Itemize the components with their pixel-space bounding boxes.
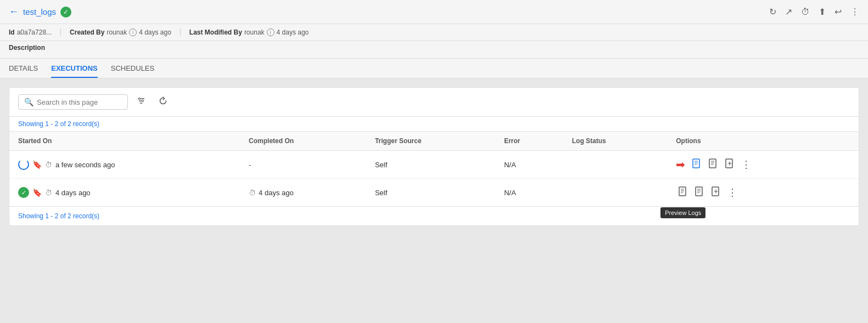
created-by-label: Created By [70,29,104,36]
modified-by-label: Last Modified By [189,29,242,36]
more-options-button-1[interactable]: ⋮ [739,157,753,172]
export-icon[interactable]: ⬆ [819,7,826,17]
tabs-bar: DETAILS EXECUTIONS SCHEDULES [0,59,868,78]
refresh-icon[interactable]: ↻ [769,7,776,17]
started-on-value-1: a few seconds ago [55,161,115,169]
top-bar: ← test_logs ✓ ↻ ↗ ⏱ ⬆ ↩ ⋮ [0,0,868,24]
id-value: a0a7a728... [17,29,52,36]
description-bar: Description [0,41,868,59]
preview-logs-container-2: Preview Logs [676,184,690,201]
tab-details[interactable]: DETAILS [9,59,38,78]
log-status-cell-1 [563,151,667,179]
svg-rect-9 [709,159,716,168]
filter-button[interactable] [132,94,150,110]
modified-user: rounak [244,29,265,36]
table-card: 🔍 Showing 1 - 2 of 2 record [9,87,859,226]
more-icon[interactable]: ⋮ [850,7,859,17]
col-started-on: Started On [9,132,240,151]
started-on-cell-1: 🔖 ⏱ a few seconds ago [9,151,240,179]
tab-schedules[interactable]: SCHEDULES [111,59,154,78]
created-by-meta: Created By rounak i 4 days ago [70,29,181,36]
completed-clock-icon: ⏱ [249,189,256,197]
completed-on-cell-1: - [240,151,366,179]
tab-executions[interactable]: EXECUTIONS [51,59,98,78]
top-bar-left: ← test_logs ✓ [9,6,71,18]
download-logs-button-2[interactable] [692,184,707,201]
error-cell-2: N/A [495,179,563,207]
preview-logs-button-1[interactable] [690,156,704,173]
svg-rect-5 [693,159,699,168]
share-logs-button-2[interactable] [709,184,723,201]
share-logs-button-1[interactable] [723,156,737,173]
completed-status-icon: ✓ [18,187,29,198]
arrow-indicator: ➡ [676,158,685,171]
running-status-icon [18,159,29,170]
bookmark-icon-2[interactable]: 🔖 [32,188,42,197]
history-icon[interactable]: ↩ [835,7,842,17]
search-box[interactable]: 🔍 [18,94,128,110]
table-toolbar: 🔍 [9,88,859,117]
refresh-table-button[interactable] [154,94,172,110]
refresh-icon [159,97,167,105]
created-by-info-icon: i [129,29,137,36]
started-on-value-2: 4 days ago [55,189,91,197]
options-cell-2: Preview Logs [667,179,859,207]
table-row: ✓ 🔖 ⏱ 4 days ago ⏱ 4 days ago Self N/ [9,179,859,207]
back-button[interactable]: ← [9,6,19,18]
description-label: Description [9,44,45,52]
options-cell-1: ➡ [667,151,859,179]
clock-icon-2: ⏱ [45,189,52,197]
id-meta: Id a0a7a728... [9,29,61,36]
completed-on-value-2: 4 days ago [259,189,294,197]
filter-icon [137,97,145,105]
col-trigger-source: Trigger Source [366,132,495,151]
executions-table: Started On Completed On Trigger Source E… [9,132,859,206]
error-cell-1: N/A [495,151,563,179]
more-options-button-2[interactable]: ⋮ [725,185,740,200]
trigger-source-cell-2: Self [366,179,495,207]
preview-logs-button-2[interactable] [676,184,690,201]
col-error: Error [495,132,563,151]
page-title: test_logs [23,7,56,16]
svg-rect-18 [696,187,702,196]
col-options: Options [667,132,859,151]
main-content: 🔍 Showing 1 - 2 of 2 record [0,78,868,235]
id-label: Id [9,29,15,36]
bookmark-icon-1[interactable]: 🔖 [32,160,42,169]
download-logs-button-1[interactable] [706,156,720,173]
modified-by-meta: Last Modified By rounak i 4 days ago [189,29,317,36]
table-row: 🔖 ⏱ a few seconds ago - Self N/A ➡ [9,151,859,179]
svg-rect-14 [679,187,686,196]
timer-icon[interactable]: ⏱ [801,7,810,17]
records-count-top: Showing 1 - 2 of 2 record(s) [9,117,859,132]
table-header-row: Started On Completed On Trigger Source E… [9,132,859,151]
search-input[interactable] [37,98,119,106]
top-bar-actions: ↻ ↗ ⏱ ⬆ ↩ ⋮ [769,7,859,17]
meta-bar: Id a0a7a728... Created By rounak i 4 day… [0,24,868,41]
col-log-status: Log Status [563,132,667,151]
modified-time: 4 days ago [277,29,309,36]
created-by-user: rounak [107,29,127,36]
share-icon[interactable]: ↗ [785,7,792,17]
started-on-cell-2: ✓ 🔖 ⏱ 4 days ago [9,179,240,207]
modified-info-icon: i [267,29,275,36]
records-count-bottom: Showing 1 - 2 of 2 record(s) [9,206,859,225]
log-status-cell-2 [563,179,667,207]
completed-on-cell-2: ⏱ 4 days ago [240,179,366,207]
col-completed-on: Completed On [240,132,366,151]
svg-point-3 [139,98,141,100]
trigger-source-cell-1: Self [366,151,495,179]
created-time: 4 days ago [139,29,171,36]
status-badge: ✓ [60,7,71,18]
search-icon: 🔍 [24,98,33,106]
svg-point-4 [142,100,144,102]
clock-icon-1: ⏱ [45,161,52,169]
